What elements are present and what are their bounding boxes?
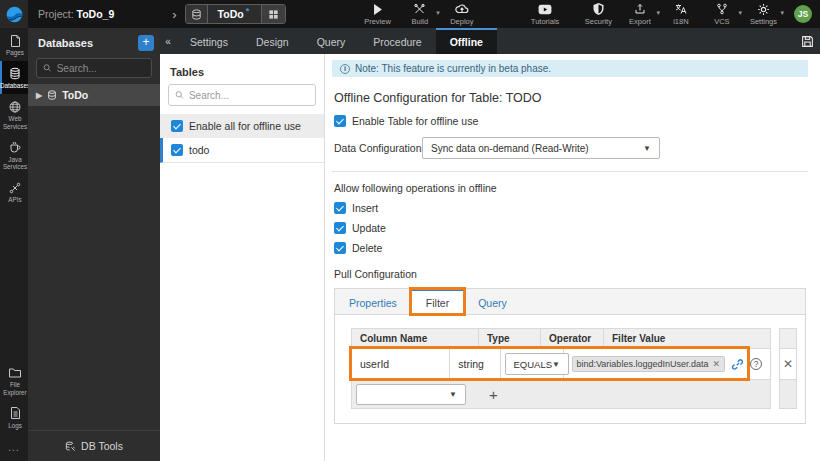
delete-row-button[interactable]: ✕: [780, 349, 796, 380]
todo-checkbox[interactable]: [171, 144, 183, 156]
enable-all-checkbox[interactable]: [171, 120, 183, 132]
globe-icon: [9, 100, 21, 113]
bind-link-icon[interactable]: [731, 358, 744, 371]
sidebar-item-file-explorer[interactable]: File Explorer: [0, 360, 28, 400]
delete-column-header: [780, 329, 796, 349]
branch-icon: [716, 3, 728, 16]
filter-value-cell: bind:Variables.loggedInUser.data ✕ ?: [564, 349, 770, 379]
database-icon: [47, 90, 57, 100]
play-icon: [373, 3, 383, 16]
security-button[interactable]: Security: [585, 3, 612, 26]
rail-spacer: [0, 209, 28, 361]
enable-table-row[interactable]: Enable Table for offline use: [334, 115, 808, 127]
add-column-select[interactable]: ▼: [356, 384, 466, 405]
top-bar: Project: ToDo_9 › ToDo* Preview: [0, 0, 820, 28]
save-button[interactable]: [794, 28, 820, 54]
pull-configuration-label: Pull Configuration: [334, 268, 808, 280]
wavemaker-logo[interactable]: [0, 0, 28, 28]
column-name-cell[interactable]: userId: [352, 349, 450, 379]
sidebar-item-apis[interactable]: APIs: [0, 175, 28, 208]
export-button[interactable]: Export ▾: [627, 3, 653, 26]
databases-search-input[interactable]: [57, 63, 145, 74]
settings-button[interactable]: Settings ▾: [750, 3, 777, 26]
page-icon: [10, 34, 21, 47]
header-column-name: Column Name: [352, 329, 479, 348]
tab-design[interactable]: Design: [242, 28, 303, 54]
tab-procedure[interactable]: Procedure: [359, 28, 435, 54]
sidebar-item-databases[interactable]: Databases: [0, 61, 28, 94]
rail-more-button[interactable]: ...: [0, 434, 28, 461]
preview-button[interactable]: Preview: [364, 3, 391, 26]
tables-panel-title: Tables: [160, 54, 324, 84]
user-avatar[interactable]: JS: [794, 5, 812, 23]
databases-panel: Databases + ▶ ToDo DB Tools: [28, 28, 160, 461]
tab-offline[interactable]: Offline: [436, 28, 497, 54]
database-name: ToDo: [62, 89, 88, 101]
delete-column: ✕: [779, 328, 797, 409]
sidebar-item-logs[interactable]: Logs: [0, 401, 28, 434]
data-configuration-select[interactable]: Sync data on-demand (Read-Write) ▼: [422, 137, 660, 159]
topbar-actions: Preview Build ▾ Deploy Tutorials: [364, 3, 559, 26]
sidebar-item-java-services[interactable]: Java Services: [0, 135, 28, 175]
delete-row[interactable]: Delete: [334, 242, 808, 254]
database-icon: [9, 67, 21, 80]
vcs-button[interactable]: VCS ▾: [709, 3, 735, 26]
update-checkbox[interactable]: [334, 222, 346, 234]
page-title: Offline Configuration for Table: TODO: [334, 91, 808, 105]
help-icon[interactable]: ?: [750, 358, 762, 370]
deploy-button[interactable]: Deploy: [449, 3, 475, 26]
sidebar-item-pages[interactable]: Pages: [0, 28, 28, 61]
build-button[interactable]: Build ▾: [407, 3, 433, 26]
tree-expand-icon[interactable]: ▶: [36, 91, 42, 100]
app-selector-name: ToDo*: [208, 5, 262, 23]
filter-add-row: ▼ +: [352, 380, 770, 408]
insert-row[interactable]: Insert: [334, 202, 808, 214]
enable-all-row[interactable]: Enable all for offline use: [160, 114, 324, 138]
tables-panel: Tables Enable all for offline use todo: [160, 54, 325, 461]
search-icon: [43, 63, 52, 73]
databases-search[interactable]: [36, 58, 152, 78]
project-label: Project: ToDo_9: [38, 8, 114, 20]
folder-icon: [9, 366, 21, 379]
databases-panel-title: Databases: [38, 37, 93, 49]
database-icon: [186, 5, 208, 23]
app-grid-icon[interactable]: [261, 5, 285, 23]
pull-config-tabs: Properties Filter Query: [335, 289, 805, 315]
tables-search[interactable]: [168, 84, 316, 106]
binding-chip[interactable]: bind:Variables.loggedInUser.data ✕: [572, 356, 725, 372]
export-icon: [634, 3, 646, 16]
remove-binding-icon[interactable]: ✕: [712, 359, 720, 369]
cloud-upload-icon: [455, 3, 469, 16]
shield-icon: [593, 3, 604, 16]
update-row[interactable]: Update: [334, 222, 808, 234]
video-icon: [538, 3, 552, 16]
sidebar-item-web-services[interactable]: Web Services: [0, 94, 28, 134]
app-selector[interactable]: ToDo*: [185, 4, 287, 24]
caret-down-icon: ▾: [780, 9, 784, 17]
delete-checkbox[interactable]: [334, 242, 346, 254]
tab-properties[interactable]: Properties: [335, 289, 411, 314]
caret-down-icon: ▾: [738, 9, 742, 17]
enable-table-checkbox[interactable]: [334, 115, 346, 127]
insert-checkbox[interactable]: [334, 202, 346, 214]
add-filter-button[interactable]: +: [489, 386, 498, 403]
database-tree-item-todo[interactable]: ▶ ToDo: [28, 84, 160, 106]
project-name: ToDo_9: [77, 8, 115, 20]
add-database-button[interactable]: +: [138, 35, 154, 51]
coffee-icon: [9, 141, 21, 154]
caret-down-icon: ▼: [643, 144, 651, 153]
tables-search-input[interactable]: [189, 90, 309, 101]
operator-select[interactable]: EQUALS ▼: [505, 353, 569, 375]
tab-filter[interactable]: Filter: [411, 289, 464, 314]
tab-query-pull[interactable]: Query: [464, 289, 521, 314]
collapse-panel-button[interactable]: «: [160, 28, 176, 54]
offline-config-main: i Note: This feature is currently in bet…: [325, 54, 820, 461]
breadcrumb-chevron-icon: ›: [172, 7, 176, 22]
tab-query[interactable]: Query: [303, 28, 360, 54]
db-tools-button[interactable]: DB Tools: [28, 430, 160, 461]
log-file-icon: [10, 407, 21, 420]
i18n-button[interactable]: i18N: [668, 3, 694, 26]
table-row-todo[interactable]: todo: [160, 138, 324, 163]
tab-settings[interactable]: Settings: [176, 28, 242, 54]
tutorials-button[interactable]: Tutorials: [531, 3, 559, 26]
